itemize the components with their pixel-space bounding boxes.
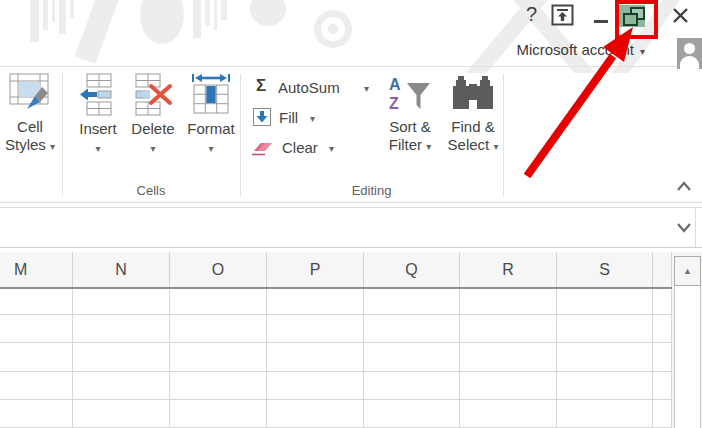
sort-filter-button[interactable]: A Z Sort & Filter ▾ (380, 74, 440, 154)
cell[interactable] (364, 343, 460, 371)
cell[interactable] (460, 372, 557, 400)
annotation-red-box (615, 0, 658, 39)
column-header-M[interactable]: M (0, 252, 73, 287)
column-header-S[interactable]: S (557, 252, 653, 287)
insert-button[interactable]: Insert ▾ (73, 72, 123, 155)
cell[interactable] (364, 287, 460, 315)
cell[interactable] (0, 287, 73, 315)
fill-button[interactable]: Fill ▾ (250, 107, 330, 129)
close-icon[interactable] (672, 7, 689, 24)
format-cells-icon (184, 72, 238, 120)
chevron-down-icon: ▾ (426, 141, 431, 152)
chevron-down-icon: ▾ (50, 141, 55, 152)
cell[interactable] (653, 372, 672, 400)
cell[interactable] (73, 400, 170, 428)
cell[interactable] (557, 400, 653, 428)
cell[interactable] (267, 287, 364, 315)
cell[interactable] (73, 343, 170, 371)
cell[interactable] (267, 400, 364, 428)
microsoft-account-menu[interactable]: Microsoft account▾ (433, 41, 645, 58)
cell[interactable] (460, 315, 557, 343)
clear-button[interactable]: Clear ▾ (248, 137, 340, 159)
cell[interactable] (557, 315, 653, 343)
scroll-up-button[interactable]: ▲ (674, 256, 701, 286)
cell[interactable] (653, 343, 672, 371)
find-select-button[interactable]: Find & Select ▾ (442, 74, 504, 154)
formula-bar (0, 207, 702, 248)
cell[interactable] (170, 372, 267, 400)
microsoft-account-label: Microsoft account (516, 41, 634, 58)
cell[interactable] (460, 400, 557, 428)
cells-group-label: Cells (62, 183, 240, 198)
autosum-button[interactable]: Σ AutoSum ▾ (250, 77, 374, 99)
cell[interactable] (73, 372, 170, 400)
cell[interactable] (653, 315, 672, 343)
svg-text:Z: Z (389, 95, 399, 112)
ribbon-display-options-icon[interactable] (551, 4, 574, 26)
cell[interactable] (170, 287, 267, 315)
chevron-down-icon: ▾ (127, 143, 179, 155)
cell[interactable] (653, 287, 672, 315)
titlebar-divider (0, 66, 702, 67)
chevron-down-icon[interactable]: ▾ (364, 83, 369, 95)
sort-filter-label: Sort & (380, 118, 440, 136)
cell[interactable] (267, 372, 364, 400)
cell[interactable] (364, 372, 460, 400)
cell[interactable] (460, 287, 557, 315)
group-separator (240, 74, 241, 196)
column-header-R[interactable]: R (460, 252, 557, 287)
format-button[interactable]: Format ▾ (184, 72, 238, 155)
cell[interactable] (557, 287, 653, 315)
excel-window: ? Microsoft account▾ (0, 0, 702, 428)
collapse-ribbon-icon[interactable] (676, 181, 692, 192)
svg-text:A: A (389, 76, 401, 93)
cell[interactable] (170, 343, 267, 371)
cell[interactable] (557, 343, 653, 371)
cell[interactable] (0, 315, 73, 343)
expand-formula-bar-icon[interactable] (676, 222, 692, 233)
cell[interactable] (557, 372, 653, 400)
cell[interactable] (653, 400, 672, 428)
delete-button[interactable]: Delete ▾ (127, 72, 179, 155)
delete-cells-icon (127, 72, 179, 120)
delete-label: Delete (127, 120, 179, 138)
cell[interactable] (267, 315, 364, 343)
column-header-partial[interactable] (653, 252, 672, 287)
cell-styles-label: Cell (0, 118, 60, 136)
triangle-up-icon: ▲ (683, 266, 692, 276)
chevron-down-icon: ▾ (310, 113, 315, 125)
cell[interactable] (73, 287, 170, 315)
chevron-down-icon: ▾ (73, 143, 123, 155)
fill-label: Fill (279, 109, 298, 126)
cell[interactable] (267, 343, 364, 371)
eraser-icon (251, 140, 275, 157)
chevron-down-icon: ▾ (493, 141, 498, 152)
cell[interactable] (0, 372, 73, 400)
insert-label: Insert (73, 120, 123, 138)
editing-group-label: Editing (240, 183, 503, 198)
chevron-down-icon: ▾ (329, 143, 334, 155)
format-label: Format (184, 120, 238, 138)
cell[interactable] (170, 400, 267, 428)
cell[interactable] (0, 343, 73, 371)
sigma-icon: Σ (256, 76, 266, 96)
column-header-P[interactable]: P (267, 252, 364, 287)
formula-bar-input[interactable] (6, 212, 656, 240)
cell[interactable] (0, 400, 73, 428)
cell[interactable] (170, 315, 267, 343)
cell[interactable] (73, 315, 170, 343)
scrollbar-thumb[interactable] (674, 284, 701, 428)
minimize-icon[interactable] (594, 20, 608, 23)
chevron-down-icon: ▾ (184, 143, 238, 155)
column-header-Q[interactable]: Q (364, 252, 460, 287)
column-header-N[interactable]: N (73, 252, 170, 287)
column-header-O[interactable]: O (170, 252, 267, 287)
cell[interactable] (460, 343, 557, 371)
cell[interactable] (364, 400, 460, 428)
cell[interactable] (364, 315, 460, 343)
clear-label: Clear (282, 139, 318, 156)
help-icon[interactable]: ? (526, 3, 537, 26)
avatar[interactable] (677, 38, 702, 69)
insert-cells-icon (73, 72, 123, 120)
cell-styles-button[interactable]: Cell Styles ▾ (0, 70, 60, 154)
